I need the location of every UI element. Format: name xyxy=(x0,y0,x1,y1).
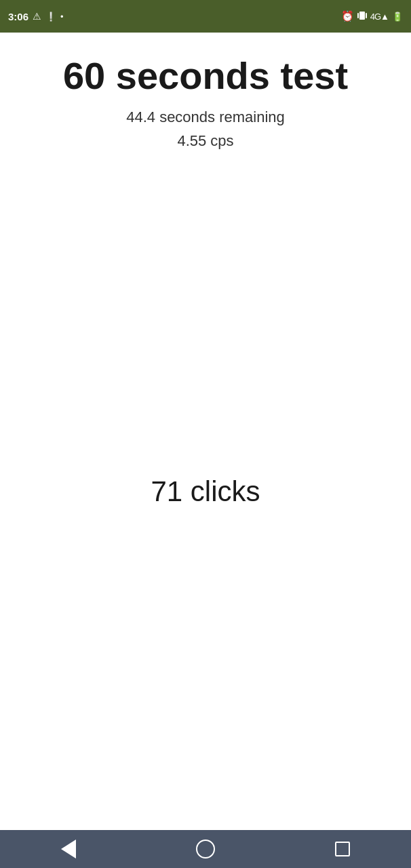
alarm-icon: ⏰ xyxy=(341,10,354,22)
status-bar: 3:06 ⚠ ❕ • ⏰ 4G▲ 🔋 xyxy=(0,0,411,33)
click-count: 71 clicks xyxy=(151,475,260,508)
cps-display: 4.55 cps xyxy=(177,129,233,153)
nav-bar xyxy=(0,830,411,868)
recents-button[interactable] xyxy=(322,835,363,863)
dot-icon: • xyxy=(60,12,64,22)
battery-icon: 🔋 xyxy=(392,12,403,22)
app-title: 60 seconds test xyxy=(50,53,361,98)
recents-square-icon xyxy=(335,842,350,856)
warning-icon: ⚠ xyxy=(33,11,41,22)
back-arrow-icon xyxy=(61,840,76,859)
status-bar-right: ⏰ 4G▲ 🔋 xyxy=(341,10,403,23)
notification-icon: ❕ xyxy=(45,12,56,22)
click-count-area[interactable]: 71 clicks xyxy=(0,153,411,830)
svg-rect-1 xyxy=(357,13,359,18)
home-button[interactable] xyxy=(185,835,226,863)
status-time: 3:06 xyxy=(8,11,28,22)
timer-remaining: 44.4 seconds remaining xyxy=(126,105,285,129)
vibrate-icon xyxy=(357,10,367,23)
signal-4g-icon: 4G▲ xyxy=(370,12,389,22)
svg-rect-2 xyxy=(366,13,367,18)
status-bar-left: 3:06 ⚠ ❕ • xyxy=(8,11,64,22)
home-circle-icon xyxy=(196,840,215,859)
svg-rect-0 xyxy=(359,12,365,20)
main-content[interactable]: 60 seconds test 44.4 seconds remaining 4… xyxy=(0,33,411,830)
back-button[interactable] xyxy=(48,835,89,863)
